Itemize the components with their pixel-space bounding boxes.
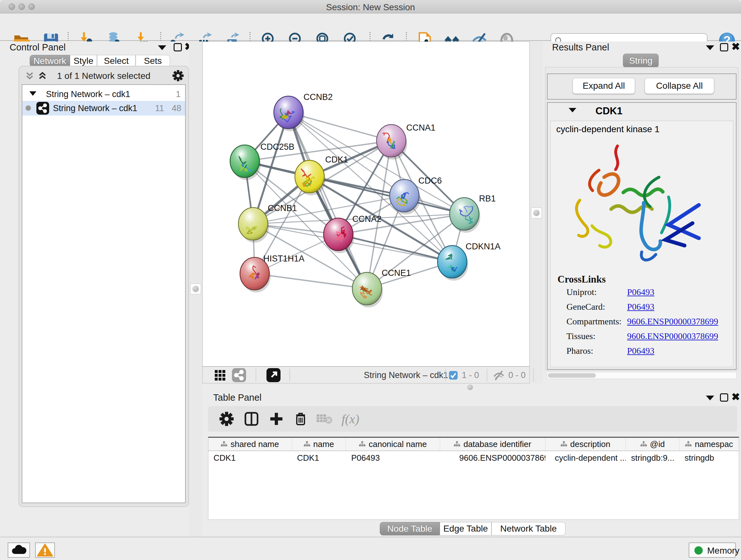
right-splitter[interactable]: [530, 42, 543, 383]
control-panel: Control Panel ✖ Network Style Select Set…: [4, 42, 189, 529]
cell-id[interactable]: stringdb:9...: [626, 451, 679, 464]
delete-column-icon[interactable]: [293, 411, 308, 427]
network-node-RB1[interactable]: RB1: [450, 194, 496, 233]
network-selected-status: 1 of 1 Network selected: [19, 71, 188, 81]
network-list-group: 1 of 1 Network selected String Network –…: [18, 66, 189, 507]
network-canvas[interactable]: CCNB2CCNA1CDC25BCDK1CDC6RB1CCNB1CCNA2CDK…: [202, 42, 530, 367]
footer-separator: [289, 369, 290, 381]
cell-canonical-name[interactable]: P06493: [346, 451, 440, 464]
table-row[interactable]: CDK1 CDK1 P06493 9606.ENSP00000378699 cy…: [208, 451, 739, 464]
network-node-label: CDC25B: [260, 142, 294, 152]
horizontal-splitter-handle[interactable]: [467, 384, 473, 390]
table-tabs: Node Table Edge Table Network Table: [202, 522, 741, 536]
network-node-CCNB1[interactable]: CCNB1: [239, 203, 297, 243]
network-node-CDK1[interactable]: CDK1: [295, 155, 348, 195]
table-panel-float-icon[interactable]: [720, 393, 728, 401]
gene-collapse-icon[interactable]: [569, 108, 576, 112]
table-panel-menu-icon[interactable]: [706, 395, 714, 400]
network-graph[interactable]: CCNB2CCNA1CDC25BCDK1CDC6RB1CCNB1CCNA2CDK…: [203, 42, 529, 366]
cell-shared-name[interactable]: CDK1: [208, 451, 292, 464]
network-edge-count: 48: [172, 104, 181, 113]
function-builder-icon[interactable]: f(x): [341, 412, 359, 427]
network-options-gear-icon[interactable]: [172, 70, 184, 81]
show-columns-icon[interactable]: [244, 411, 259, 427]
add-column-icon[interactable]: [269, 412, 284, 426]
selected-checkbox-icon[interactable]: [449, 371, 458, 380]
left-splitter-handle[interactable]: [190, 284, 201, 294]
crosslinks-heading: CrossLinks: [557, 273, 606, 285]
network-view-toolbar: String Network – cdk1 1 - 0 0 - 0: [202, 367, 530, 383]
open-in-window-icon[interactable]: [266, 368, 280, 382]
crosslink-link[interactable]: P06493: [627, 287, 655, 297]
results-panel-close-icon[interactable]: ✖: [731, 43, 740, 51]
control-panel-title: Control Panel: [10, 42, 66, 53]
tab-network[interactable]: Network: [30, 55, 70, 67]
table-panel-close-icon[interactable]: ✖: [731, 393, 740, 401]
results-scrollbar[interactable]: [547, 372, 737, 379]
hidden-count: 0 - 0: [509, 370, 526, 380]
tab-style[interactable]: Style: [70, 55, 97, 67]
table-toolbar: f(x): [208, 406, 737, 432]
network-collection-row[interactable]: String Network – cdk1 1: [22, 87, 185, 102]
footer-separator: [256, 369, 256, 381]
tab-sets[interactable]: Sets: [136, 55, 170, 67]
memory-button[interactable]: Memory: [689, 543, 736, 558]
crosslink-link[interactable]: P06493: [627, 302, 655, 312]
cell-namespace[interactable]: stringdb: [679, 451, 739, 464]
crosslink-link[interactable]: 9606.ENSP00000378699: [627, 331, 718, 341]
table-options-gear-icon[interactable]: [219, 412, 234, 426]
expand-all-button[interactable]: Expand All: [572, 78, 635, 94]
delete-table-icon[interactable]: [316, 413, 333, 425]
tab-string[interactable]: String: [623, 54, 659, 68]
network-edge[interactable]: [255, 273, 367, 289]
results-scrollbar-thumb[interactable]: [548, 373, 596, 378]
crosslink-link[interactable]: P06493: [627, 346, 655, 356]
network-row-selected[interactable]: String Network – cdk1 11 48: [22, 101, 185, 116]
network-share-icon[interactable]: [232, 368, 246, 382]
control-panel-float-icon[interactable]: [174, 43, 182, 51]
tab-network-table[interactable]: Network Table: [491, 522, 565, 536]
memory-status-dot: [694, 546, 703, 555]
network-node-label: CCNB1: [268, 203, 297, 213]
warning-button[interactable]: [35, 543, 55, 558]
network-node-CCNA2[interactable]: CCNA2: [324, 214, 382, 253]
collapse-all-button[interactable]: Collapse All: [645, 78, 714, 94]
network-node-CDKN1A[interactable]: CDKN1A: [437, 242, 501, 281]
network-row-label: String Network – cdk1: [53, 104, 137, 113]
crosslink-link[interactable]: 9606.ENSP00000378699: [627, 316, 718, 327]
column-header[interactable]: @id: [626, 438, 679, 450]
tab-select[interactable]: Select: [97, 55, 136, 67]
birdseye-grid-icon[interactable]: [214, 369, 226, 381]
results-panel-float-icon[interactable]: [720, 43, 728, 51]
column-header[interactable]: shared name: [208, 438, 292, 450]
tab-node-table[interactable]: Node Table: [380, 522, 440, 536]
column-header[interactable]: description: [545, 438, 626, 450]
cloud-button[interactable]: [8, 543, 30, 558]
hidden-eye-icon[interactable]: [492, 370, 505, 381]
protein-structure-image: [563, 139, 704, 273]
column-header[interactable]: canonical name: [346, 438, 440, 450]
network-node-HIST1H1A[interactable]: HIST1H1A: [240, 254, 305, 293]
crosslink-label: Compartments:: [566, 316, 622, 327]
gene-description: cyclin-dependent kinase 1: [556, 124, 660, 134]
cell-description[interactable]: cyclin-dependent ...: [545, 451, 626, 464]
column-header[interactable]: name: [292, 438, 346, 450]
gene-header[interactable]: CDK1: [548, 103, 736, 119]
right-splitter-handle[interactable]: [531, 207, 542, 219]
cell-name[interactable]: CDK1: [292, 451, 346, 464]
network-node-CCNE1[interactable]: CCNE1: [352, 268, 411, 307]
network-node-CDC6[interactable]: CDC6: [390, 176, 442, 214]
network-node-CCNA1[interactable]: CCNA1: [377, 123, 435, 160]
collection-expand-icon[interactable]: [29, 91, 37, 96]
horizontal-splitter[interactable]: [202, 383, 741, 391]
column-header[interactable]: namespac: [679, 438, 739, 450]
control-panel-menu-icon[interactable]: [158, 45, 166, 50]
network-node-label: CCNB2: [304, 92, 333, 102]
main-toolbar: ?: [0, 13, 741, 41]
cell-database-identifier[interactable]: 9606.ENSP00000378699: [440, 451, 545, 464]
expand-collapse-box: Expand All Collapse All: [547, 73, 737, 100]
column-header[interactable]: database identifier: [440, 438, 545, 450]
left-splitter[interactable]: [189, 42, 202, 537]
tab-edge-table[interactable]: Edge Table: [440, 522, 491, 536]
results-panel-menu-icon[interactable]: [706, 45, 714, 50]
